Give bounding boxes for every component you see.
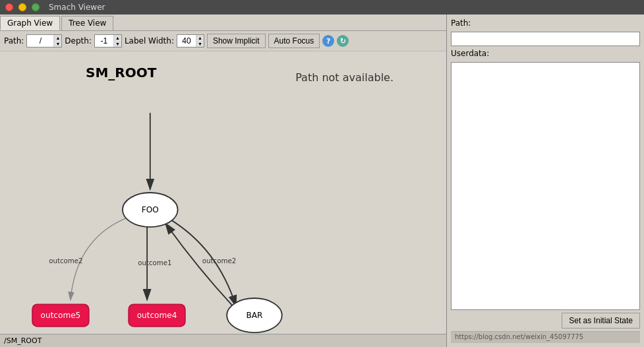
node-foo-label: FOO (142, 205, 159, 214)
depth-down-btn[interactable]: ▼ (114, 41, 121, 47)
tab-tree-view[interactable]: Tree View (61, 16, 113, 30)
path-down-btn[interactable]: ▼ (54, 41, 61, 47)
edge-bar-to-foo (165, 224, 233, 307)
window-title: Smach Viewer (49, 3, 105, 12)
statusbar: /SM_ROOT (0, 334, 446, 347)
right-panel: Path: Userdata: Set as Initial State htt… (447, 15, 644, 347)
depth-label: Depth: (65, 36, 92, 46)
toolbar: Path: ▲ ▼ Depth: ▲ ▼ Label Width: (0, 31, 446, 51)
depth-spinbox: ▲ ▼ (94, 34, 122, 47)
edge-label-outcome1: outcome1 (138, 259, 171, 267)
set-initial-state-btn[interactable]: Set as Initial State (562, 313, 640, 329)
graph-area: SM_ROOT Path not available. outcome2 (0, 51, 446, 334)
node-outcome4-label: outcome4 (137, 311, 177, 320)
label-width-spinbox-btns: ▲ ▼ (196, 35, 204, 47)
maximize-btn[interactable] (32, 3, 40, 11)
label-width-spinbox: ▲ ▼ (177, 34, 204, 47)
minimize-btn[interactable] (18, 3, 26, 11)
graph-svg: outcome2 outcome1 outcome2 FOO BAR outco… (0, 51, 446, 334)
tab-graph-view[interactable]: Graph View (0, 16, 60, 30)
path-up-btn[interactable]: ▲ (54, 35, 61, 41)
path-spinbox-btns: ▲ ▼ (53, 35, 61, 47)
right-path-input[interactable] (451, 32, 640, 46)
right-path-label: Path: (451, 18, 640, 28)
url-bar: https://blog.csdn.net/weixin_45097775 (451, 331, 640, 343)
depth-spinbox-btns: ▲ ▼ (113, 35, 121, 47)
close-btn[interactable] (5, 3, 13, 11)
info-icon[interactable]: ? (322, 35, 334, 47)
edge-label-outcome2-right: outcome2 (202, 257, 236, 265)
path-label: Path: (4, 36, 24, 46)
label-width-label: Label Width: (125, 36, 174, 46)
refresh-icon[interactable]: ↻ (337, 35, 349, 47)
edge-label-outcome2-left: outcome2 (49, 257, 82, 265)
path-input[interactable] (27, 35, 53, 47)
left-panel: Graph View Tree View Path: ▲ ▼ Depth: ▲ (0, 15, 447, 347)
statusbar-text: /SM_ROOT (4, 336, 42, 345)
label-width-up-btn[interactable]: ▲ (196, 35, 204, 41)
right-userdata-label: Userdata: (451, 49, 640, 58)
depth-input[interactable] (95, 35, 113, 47)
depth-up-btn[interactable]: ▲ (114, 35, 121, 41)
auto-focus-btn[interactable]: Auto Focus (268, 34, 320, 48)
node-bar-label: BAR (246, 311, 263, 320)
main-layout: Graph View Tree View Path: ▲ ▼ Depth: ▲ (0, 15, 644, 347)
right-userdata-textarea[interactable] (451, 62, 640, 310)
path-input-container[interactable]: ▲ ▼ (26, 34, 62, 47)
node-outcome5-label: outcome5 (41, 311, 81, 320)
label-width-input[interactable] (177, 35, 196, 47)
tab-bar: Graph View Tree View (0, 15, 446, 31)
titlebar: Smach Viewer (0, 0, 644, 15)
show-implicit-btn[interactable]: Show Implicit (207, 34, 266, 48)
label-width-down-btn[interactable]: ▼ (196, 41, 204, 47)
